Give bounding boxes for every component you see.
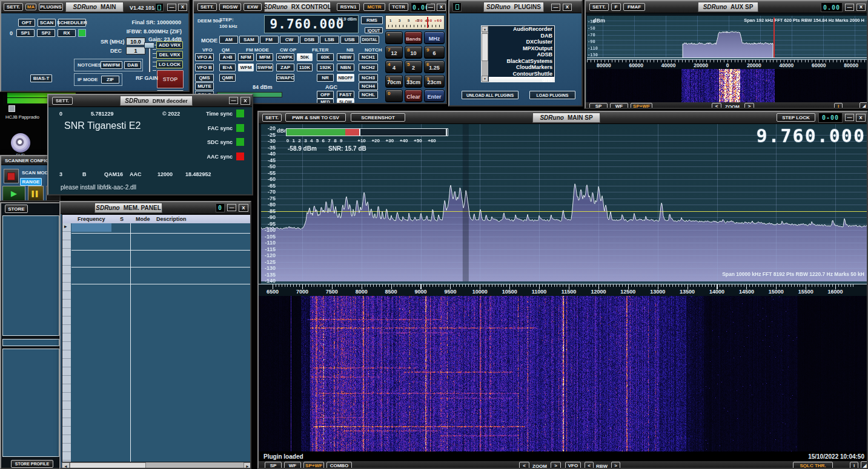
col-mode[interactable]: Mode	[136, 216, 150, 222]
nfm-button[interactable]: NFM	[238, 53, 254, 61]
keypad-key-5[interactable]: 52	[405, 61, 422, 73]
plugins-close-button[interactable]: X	[563, 4, 572, 11]
screenshot-button[interactable]: SCREENSHOT	[351, 113, 405, 122]
memp-close-button[interactable]: X	[239, 204, 248, 212]
pwr-snr-csv-button[interactable]: PWR & SNR TO CSV	[285, 113, 346, 122]
main-opt-button[interactable]: OPT	[18, 19, 35, 27]
keypad-key-9[interactable]: 96	[424, 46, 445, 59]
plugin-dxcluster[interactable]: DXCluster	[489, 39, 554, 45]
main-sp2-button[interactable]: SP2	[37, 29, 55, 37]
agc-med-button[interactable]: MED	[317, 99, 334, 104]
filter-60k-button[interactable]: 60K	[317, 53, 334, 61]
rx-sett-button[interactable]: SETT.	[197, 3, 217, 11]
lo-lock-button[interactable]: LO LOCK	[156, 61, 183, 68]
memory-table[interactable]: Frequency S Mode Description ▸	[62, 214, 251, 462]
rbw-up-button[interactable]: >	[611, 462, 620, 469]
sqlc-thr-button[interactable]: SQLC THR.	[793, 462, 833, 469]
mute-button[interactable]: MUTE	[195, 82, 214, 90]
aux-zoom-in-button[interactable]: >	[744, 103, 754, 109]
plugin-drm[interactable]: drm	[489, 77, 554, 82]
mainsp-sett-button[interactable]: SETT.	[262, 114, 282, 122]
aux-sett-button[interactable]: SETT.	[589, 3, 609, 11]
plugin-dab[interactable]: DAB	[489, 33, 554, 39]
plugins-title-plate[interactable]: SDRunoPLUGINS	[483, 2, 544, 12]
scroll-left-icon[interactable]: ◄	[62, 462, 70, 469]
nch4-button[interactable]: NCH4	[359, 82, 378, 90]
zap-button[interactable]: ZAP	[276, 64, 294, 71]
zoom-in-button[interactable]: >	[551, 462, 561, 469]
plugin-adsb[interactable]: ADSB	[489, 51, 554, 58]
memp-hscrollbar[interactable]: ◄ ►	[62, 462, 251, 469]
filter-110k-button[interactable]: 110K	[297, 64, 313, 71]
wfm-button[interactable]: WFM	[238, 64, 254, 71]
rx-title-plate[interactable]: SDRunoRX CONTROL	[264, 2, 331, 12]
main-sett-button[interactable]: SETT.	[4, 3, 23, 11]
aux-waterfall-canvas[interactable]	[587, 69, 868, 102]
rx-minimize-button[interactable]: —	[426, 4, 435, 11]
aux-wf-button[interactable]: WF	[610, 103, 628, 109]
plugins-scrollbar[interactable]: ▲ ▼	[482, 26, 488, 82]
hscroll-thumb[interactable]	[70, 462, 146, 469]
scan-range-button[interactable]: RANGE	[20, 178, 42, 186]
store-panel-1[interactable]	[2, 215, 59, 336]
mainsp-close-button[interactable]: X	[856, 114, 866, 122]
add-vrx-button[interactable]: ADD VRX	[156, 41, 183, 49]
qmr-button[interactable]: QMR	[219, 74, 236, 82]
plugin-audiorecorder[interactable]: AudioRecorder	[489, 26, 554, 33]
nr-button[interactable]: NR	[317, 74, 334, 82]
aux-sp-wf-button[interactable]: SP+WF	[631, 103, 652, 109]
plugin-mpxoutput[interactable]: MPXOutput	[489, 45, 554, 52]
plugins-minimize-button[interactable]: —	[551, 4, 560, 11]
iqout-button[interactable]: IQOUT	[365, 27, 383, 33]
nbw-button[interactable]: NBW	[337, 53, 354, 61]
agc-fast-button[interactable]: FAST	[337, 91, 354, 99]
main-scheduler-button[interactable]: SCHEDULER	[58, 19, 86, 27]
unload-all-plugins-button[interactable]: UNLOAD ALL PLUGINS	[462, 91, 518, 99]
mwfm-notch-button[interactable]: MW/FM	[101, 61, 122, 69]
main-rx-button[interactable]: RX	[58, 29, 76, 37]
main-ma-button[interactable]: MA	[25, 4, 36, 10]
a-gt-b-button[interactable]: A>B	[219, 53, 236, 61]
desktop-icon-hcjb[interactable]: HCJB Pappradio	[0, 105, 45, 121]
main-waterfall-canvas[interactable]	[259, 296, 868, 451]
aux-info-button[interactable]: I	[834, 103, 843, 109]
scan-play-button[interactable]: ▶	[2, 186, 25, 201]
scroll-thumb[interactable]	[482, 33, 488, 61]
nch3-button[interactable]: NCH3	[359, 74, 378, 82]
main-sr-input[interactable]: 10.0	[126, 38, 145, 45]
keypad-key-1[interactable]: 170cm	[385, 75, 403, 88]
keypad-key-6[interactable]: 61.25	[424, 61, 445, 73]
rx-mode-cw[interactable]: CW	[280, 36, 299, 44]
dab-notch-button[interactable]: DAB	[124, 61, 141, 69]
nbn-button[interactable]: NBN	[337, 64, 354, 71]
filter-50k-button[interactable]: 50K	[297, 53, 313, 61]
mainsp-sp-button[interactable]: SP	[265, 462, 282, 469]
bias-t-button[interactable]: BIAS-T	[30, 74, 52, 82]
keypad-key-7[interactable]: 712	[385, 46, 403, 59]
keypad-star-key[interactable]: *	[385, 31, 403, 44]
store-panel-3[interactable]	[2, 349, 59, 457]
aux-f-button[interactable]: F	[611, 3, 621, 11]
main-minimize-button[interactable]: —	[167, 4, 176, 11]
rx-close-button[interactable]: X	[437, 4, 446, 11]
rms-button[interactable]: RMS	[361, 16, 383, 24]
drm-close-button[interactable]: X	[240, 97, 250, 105]
info-button[interactable]: i	[850, 462, 858, 469]
scroll-up-icon[interactable]: ▲	[482, 26, 488, 32]
aux-resize-handle[interactable]: ◢	[860, 102, 868, 109]
aux-zoom-out-button[interactable]: <	[712, 103, 721, 109]
keypad-bands-key[interactable]: Bands	[405, 31, 422, 44]
rx-mode-am[interactable]: AM	[219, 36, 238, 44]
rx-mode-lsb[interactable]: LSB	[320, 36, 339, 44]
mem-pan-button[interactable]: MEM PAN	[157, 90, 184, 92]
main-dec-input[interactable]: 1	[126, 47, 145, 54]
drm-title-plate[interactable]: SDRunoDRM decoder	[120, 96, 193, 106]
drm-sett-button[interactable]: SETT.	[52, 97, 73, 105]
swfm-button[interactable]: SWFM	[256, 64, 273, 71]
aux-minimize-button[interactable]: —	[845, 4, 854, 11]
keypad-clear-key[interactable]: Clear	[405, 90, 422, 102]
tctr-button[interactable]: TCTR	[389, 3, 408, 11]
vfo-a-button[interactable]: VFO A	[195, 53, 214, 61]
main-scan-button[interactable]: SCAN	[38, 19, 56, 27]
rsyn1-button[interactable]: RSYN1	[337, 3, 360, 11]
